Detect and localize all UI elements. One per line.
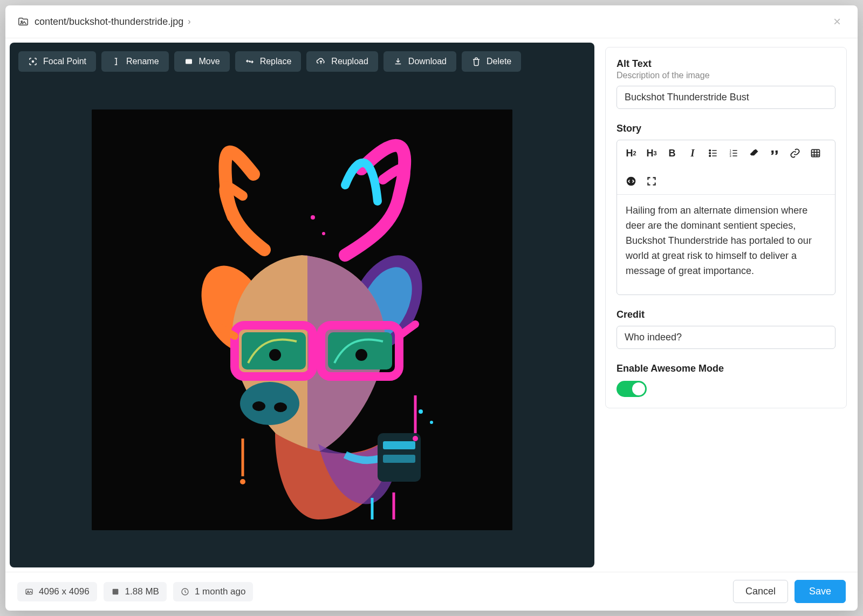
- table-icon: [810, 148, 821, 159]
- code-icon: [626, 176, 636, 187]
- svg-point-27: [419, 409, 423, 414]
- svg-point-13: [240, 382, 299, 425]
- svg-point-15: [274, 402, 287, 412]
- field-awesome-mode: Enable Awesome Mode: [617, 363, 835, 397]
- download-icon: [393, 57, 403, 66]
- svg-rect-2: [186, 59, 192, 64]
- rte-ol-button[interactable]: 123: [727, 147, 740, 160]
- alt-text-help: Description of the image: [617, 71, 835, 80]
- focal-point-button[interactable]: Focal Point: [18, 51, 96, 72]
- preview-pane: Focal Point Rename Move Replace Reupload: [10, 43, 594, 567]
- expand-icon: [646, 176, 657, 187]
- close-button[interactable]: ×: [828, 13, 846, 30]
- rename-button[interactable]: Rename: [101, 51, 168, 72]
- svg-point-30: [709, 153, 711, 154]
- awesome-mode-toggle[interactable]: [617, 381, 647, 397]
- trash-icon: [471, 57, 481, 66]
- chevron-right-icon: ›: [188, 17, 190, 26]
- move-button[interactable]: Move: [174, 51, 230, 72]
- svg-point-20: [240, 479, 245, 484]
- story-editor: H2 H3 B I 123: [617, 140, 835, 295]
- cancel-button[interactable]: Cancel: [733, 580, 788, 603]
- svg-point-12: [355, 349, 367, 361]
- swap-icon: [245, 57, 255, 66]
- image-preview-wrap: [10, 72, 594, 567]
- awesome-mode-label: Enable Awesome Mode: [617, 363, 835, 374]
- asset-toolbar: Focal Point Rename Move Replace Reupload: [10, 43, 594, 72]
- credit-label: Credit: [617, 309, 835, 320]
- svg-point-22: [413, 436, 418, 441]
- rte-eraser-button[interactable]: [748, 147, 761, 160]
- svg-point-26: [322, 232, 325, 235]
- dimensions-badge: 4096 x 4096: [17, 582, 97, 601]
- eraser-icon: [749, 148, 759, 159]
- story-label: Story: [617, 123, 835, 134]
- svg-rect-35: [812, 149, 820, 156]
- breadcrumb-path[interactable]: content/buckshot-thunderstride.jpg: [35, 16, 183, 28]
- deer-illustration: [92, 109, 512, 530]
- rte-link-button[interactable]: [789, 147, 802, 160]
- reupload-button[interactable]: Reupload: [306, 51, 378, 72]
- svg-point-28: [430, 421, 433, 424]
- link-icon: [790, 148, 800, 159]
- rte-h3-button[interactable]: H3: [645, 147, 658, 160]
- rte-h2-button[interactable]: H2: [625, 147, 638, 160]
- rte-fullscreen-button[interactable]: [645, 175, 658, 188]
- svg-rect-39: [112, 588, 118, 594]
- field-story: Story H2 H3 B I 123: [617, 123, 835, 295]
- alt-text-label: Alt Text: [617, 58, 835, 70]
- dimensions-icon: [25, 587, 33, 596]
- replace-button[interactable]: Replace: [235, 51, 302, 72]
- age-badge: 1 month ago: [173, 582, 254, 601]
- crosshair-icon: [28, 57, 38, 66]
- svg-rect-17: [383, 441, 415, 449]
- svg-point-14: [252, 401, 265, 411]
- delete-button[interactable]: Delete: [462, 51, 521, 72]
- svg-point-29: [709, 150, 711, 152]
- fields-card: Alt Text Description of the image Story …: [605, 47, 847, 408]
- quote-icon: [769, 148, 780, 159]
- modal-footer: 4096 x 4096 1.88 MB 1 month ago Cancel S…: [5, 572, 858, 611]
- modal-header: content/buckshot-thunderstride.jpg › ×: [5, 5, 858, 38]
- story-content[interactable]: Hailing from an alternate dimension wher…: [617, 195, 835, 295]
- rte-italic-button[interactable]: I: [686, 147, 699, 160]
- svg-point-11: [269, 349, 281, 361]
- list-ol-icon: 123: [728, 148, 739, 159]
- list-ul-icon: [708, 148, 718, 159]
- svg-point-31: [709, 155, 711, 157]
- credit-input[interactable]: [617, 326, 835, 349]
- rte-ul-button[interactable]: [707, 147, 720, 160]
- rte-bold-button[interactable]: B: [666, 147, 679, 160]
- alt-text-input[interactable]: [617, 86, 835, 109]
- asset-editor-modal: content/buckshot-thunderstride.jpg › × F…: [5, 5, 858, 611]
- filesize-badge: 1.88 MB: [104, 582, 167, 601]
- asset-image-preview[interactable]: [92, 109, 512, 530]
- cursor-text-icon: [111, 57, 121, 66]
- svg-rect-18: [383, 455, 415, 463]
- clock-icon: [181, 587, 189, 596]
- fields-pane: Alt Text Description of the image Story …: [594, 38, 858, 572]
- field-alt-text: Alt Text Description of the image: [617, 58, 835, 109]
- folder-move-icon: [184, 57, 194, 66]
- folder-image-icon: [17, 16, 29, 28]
- cloud-upload-icon: [316, 57, 326, 66]
- toggle-knob: [632, 382, 645, 395]
- modal-body: Focal Point Rename Move Replace Reupload: [5, 38, 858, 572]
- rte-code-button[interactable]: [625, 175, 638, 188]
- rte-table-button[interactable]: [809, 147, 822, 160]
- save-button[interactable]: Save: [794, 580, 846, 603]
- rte-quote-button[interactable]: [768, 147, 781, 160]
- rte-toolbar: H2 H3 B I 123: [617, 140, 835, 195]
- svg-point-1: [32, 61, 34, 63]
- field-credit: Credit: [617, 309, 835, 349]
- disk-icon: [111, 587, 120, 596]
- download-button[interactable]: Download: [383, 51, 456, 72]
- svg-text:3: 3: [730, 154, 731, 158]
- svg-point-25: [311, 215, 315, 220]
